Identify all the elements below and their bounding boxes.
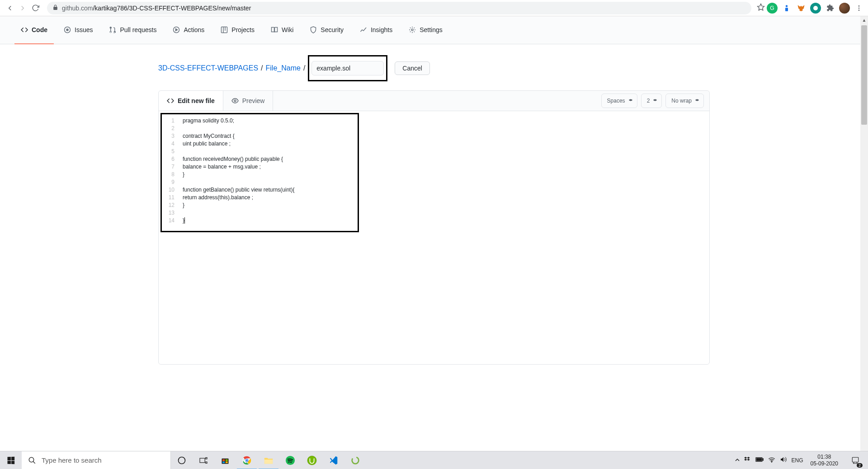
- tab-insights[interactable]: Insights: [354, 16, 399, 44]
- profile-avatar[interactable]: [839, 3, 850, 14]
- breadcrumb-folder[interactable]: File_Name: [266, 64, 301, 72]
- bookmark-star-icon[interactable]: [757, 3, 765, 13]
- wrap-mode-select[interactable]: No wrap: [665, 94, 704, 108]
- svg-rect-2: [785, 8, 788, 11]
- page-scrollbar[interactable]: ▲ ▼: [860, 16, 868, 365]
- svg-marker-0: [758, 4, 764, 10]
- svg-point-3: [813, 6, 818, 10]
- url-text: github.com/kartikag786/3D-CSS-EFFECT-WEB…: [62, 5, 251, 12]
- code-highlight: 1234567891011121314 pragma solidity 0.5.…: [160, 113, 359, 232]
- page-content: 3D-CSS-EFFECT-WEBPAGES / File_Name / Can…: [0, 44, 868, 365]
- file-editor-header: Edit new file Preview Spaces 2 No wrap: [159, 91, 709, 111]
- breadcrumb: 3D-CSS-EFFECT-WEBPAGES / File_Name / Can…: [158, 55, 710, 81]
- code-lines[interactable]: pragma solidity 0.5.0; contract MyContra…: [183, 117, 294, 225]
- cancel-button[interactable]: Cancel: [395, 61, 430, 75]
- line-gutter: 1234567891011121314: [165, 117, 183, 225]
- filename-highlight: [308, 55, 387, 81]
- tab-pull-requests[interactable]: Pull requests: [103, 16, 163, 44]
- indent-size-select[interactable]: 2: [641, 94, 662, 108]
- scroll-up-arrow[interactable]: ▲: [860, 16, 868, 24]
- svg-rect-10: [222, 27, 227, 33]
- metamask-ext-icon[interactable]: [796, 3, 807, 14]
- repo-tabnav: Code Issues Pull requests Actions Projec…: [0, 16, 868, 44]
- forward-button[interactable]: [16, 2, 29, 14]
- ext-icon-4[interactable]: [810, 3, 821, 14]
- svg-point-14: [234, 100, 236, 102]
- tab-actions[interactable]: Actions: [166, 16, 211, 44]
- lock-icon: [52, 5, 58, 12]
- eye-icon: [231, 97, 239, 104]
- filename-input[interactable]: [311, 61, 384, 75]
- chrome-menu-icon[interactable]: [854, 3, 864, 14]
- svg-point-13: [411, 29, 413, 31]
- back-button[interactable]: [4, 2, 16, 14]
- browser-toolbar: github.com/kartikag786/3D-CSS-EFFECT-WEB…: [0, 0, 868, 16]
- svg-point-5: [859, 7, 860, 9]
- tab-issues[interactable]: Issues: [57, 16, 99, 44]
- tab-edit-file[interactable]: Edit new file: [159, 91, 223, 111]
- extension-icons: G: [767, 3, 864, 14]
- breadcrumb-repo[interactable]: 3D-CSS-EFFECT-WEBPAGES: [158, 64, 258, 72]
- indent-mode-select[interactable]: Spaces: [601, 94, 637, 108]
- svg-point-8: [66, 29, 68, 31]
- tab-projects[interactable]: Projects: [214, 16, 261, 44]
- code-icon: [167, 97, 174, 104]
- extensions-puzzle-icon[interactable]: [825, 3, 835, 14]
- grammarly-ext-icon[interactable]: G: [767, 3, 778, 14]
- scroll-thumb[interactable]: [861, 25, 867, 125]
- ext-icon-2[interactable]: [781, 3, 792, 14]
- reload-button[interactable]: [29, 2, 42, 14]
- tab-preview[interactable]: Preview: [223, 91, 274, 111]
- svg-point-6: [859, 9, 860, 11]
- tab-settings[interactable]: Settings: [402, 16, 449, 44]
- svg-point-4: [859, 5, 860, 7]
- address-bar[interactable]: github.com/kartikag786/3D-CSS-EFFECT-WEB…: [47, 2, 751, 14]
- tab-security[interactable]: Security: [303, 16, 350, 44]
- breadcrumb-sep: /: [261, 64, 263, 72]
- breadcrumb-sep: /: [303, 64, 305, 72]
- file-editor-box: Edit new file Preview Spaces 2 No wrap: [158, 90, 710, 365]
- code-editor-area[interactable]: 1234567891011121314 pragma solidity 0.5.…: [159, 111, 709, 364]
- tab-code[interactable]: Code: [14, 16, 54, 44]
- svg-point-1: [786, 5, 788, 7]
- tab-wiki[interactable]: Wiki: [264, 16, 300, 44]
